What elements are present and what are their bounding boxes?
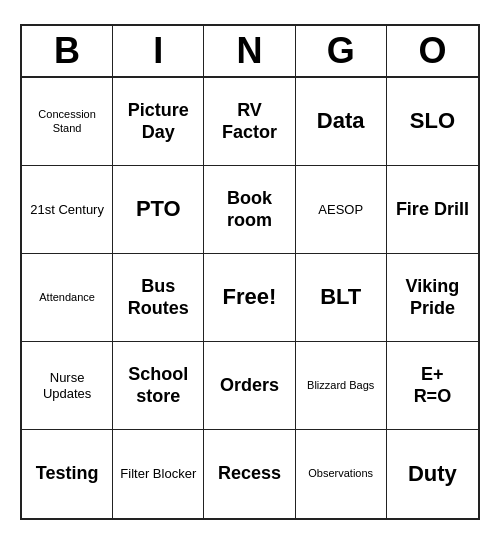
cell-text: Fire Drill [396, 199, 469, 221]
bingo-cell: Attendance [22, 254, 113, 342]
cell-text: Testing [36, 463, 99, 485]
bingo-cell: Testing [22, 430, 113, 518]
cell-text: Observations [308, 467, 373, 480]
bingo-cell: Picture Day [113, 78, 204, 166]
header-letter: I [113, 26, 204, 76]
cell-text: RV Factor [208, 100, 290, 143]
bingo-cell: School store [113, 342, 204, 430]
bingo-cell: E+R=O [387, 342, 478, 430]
bingo-cell: 21st Century [22, 166, 113, 254]
cell-text: Book room [208, 188, 290, 231]
cell-text: PTO [136, 196, 181, 222]
bingo-header: BINGO [22, 26, 478, 78]
cell-text: SLO [410, 108, 455, 134]
cell-text: Concession Stand [26, 108, 108, 134]
cell-text: Blizzard Bags [307, 379, 374, 392]
bingo-cell: Blizzard Bags [296, 342, 387, 430]
bingo-cell: Viking Pride [387, 254, 478, 342]
bingo-cell: Duty [387, 430, 478, 518]
bingo-cell: Filter Blocker [113, 430, 204, 518]
cell-text: Viking Pride [391, 276, 474, 319]
bingo-cell: BLT [296, 254, 387, 342]
cell-text: Free! [223, 284, 277, 310]
bingo-cell: Free! [204, 254, 295, 342]
bingo-card: BINGO Concession StandPicture DayRV Fact… [20, 24, 480, 520]
bingo-cell: Book room [204, 166, 295, 254]
bingo-cell: Nurse Updates [22, 342, 113, 430]
cell-text: Nurse Updates [26, 370, 108, 401]
header-letter: O [387, 26, 478, 76]
cell-text: Recess [218, 463, 281, 485]
bingo-grid: Concession StandPicture DayRV FactorData… [22, 78, 478, 518]
bingo-cell: RV Factor [204, 78, 295, 166]
cell-text: Picture Day [117, 100, 199, 143]
bingo-cell: AESOP [296, 166, 387, 254]
cell-text: Duty [408, 461, 457, 487]
cell-text: AESOP [318, 202, 363, 218]
bingo-cell: Bus Routes [113, 254, 204, 342]
header-letter: G [296, 26, 387, 76]
bingo-cell: PTO [113, 166, 204, 254]
bingo-cell: Fire Drill [387, 166, 478, 254]
cell-text: Orders [220, 375, 279, 397]
bingo-cell: Observations [296, 430, 387, 518]
header-letter: B [22, 26, 113, 76]
bingo-cell: Data [296, 78, 387, 166]
header-letter: N [204, 26, 295, 76]
bingo-cell: SLO [387, 78, 478, 166]
cell-text: School store [117, 364, 199, 407]
cell-text: E+R=O [414, 364, 452, 407]
cell-text: Attendance [39, 291, 95, 304]
cell-text: Bus Routes [117, 276, 199, 319]
cell-text: Filter Blocker [120, 466, 196, 482]
cell-text: 21st Century [30, 202, 104, 218]
bingo-cell: Orders [204, 342, 295, 430]
bingo-cell: Concession Stand [22, 78, 113, 166]
bingo-cell: Recess [204, 430, 295, 518]
cell-text: Data [317, 108, 365, 134]
cell-text: BLT [320, 284, 361, 310]
